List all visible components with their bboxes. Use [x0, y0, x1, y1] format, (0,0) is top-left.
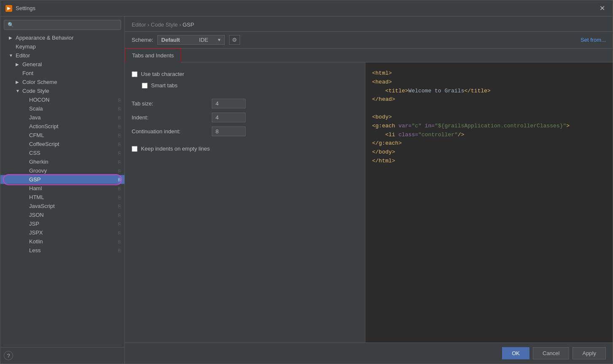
sidebar-item-jspx[interactable]: JSPX ⎘: [0, 228, 124, 237]
tab-label: Tabs and Indents: [132, 52, 174, 59]
code-line-5: [372, 104, 606, 113]
ok-button[interactable]: OK: [502, 347, 529, 359]
sidebar-item-keymap[interactable]: Keymap: [0, 42, 124, 51]
sidebar-item-groovy[interactable]: Groovy ⎘: [0, 166, 124, 175]
code-line-8: <li class="controller"/>: [372, 131, 606, 140]
indent-input[interactable]: [212, 113, 246, 122]
sidebar-item-scala[interactable]: Scala ⎘: [0, 104, 124, 113]
sidebar-item-label: Haml: [29, 185, 42, 191]
use-tab-character-checkbox[interactable]: [132, 71, 138, 77]
copy-icon: ⎘: [118, 221, 121, 226]
sidebar-item-css[interactable]: CSS ⎘: [0, 148, 124, 157]
settings-form: Use tab character Smart tabs Tab size:: [125, 62, 365, 342]
sidebar-item-coffeescript[interactable]: CoffeeScript ⎘: [0, 140, 124, 148]
copy-icon: ⎘: [118, 177, 121, 182]
code-line-3: <title>Welcome to Grails</title>: [372, 87, 606, 96]
keep-indents-label[interactable]: Keep indents on empty lines: [132, 146, 210, 152]
content-area: 🔍 ▶ Appearance & Behavior Keymap ▼: [0, 16, 613, 364]
sidebar-item-actionscript[interactable]: ActionScript ⎘: [0, 122, 124, 131]
copy-icon: ⎘: [118, 213, 121, 218]
sidebar-item-label: JSON: [29, 212, 44, 218]
sidebar-item-label: General: [22, 61, 42, 67]
set-from-link[interactable]: Set from...: [581, 37, 606, 43]
scheme-select[interactable]: Default IDE ▼: [157, 35, 225, 45]
close-button[interactable]: ✕: [597, 3, 608, 13]
keep-indents-checkbox[interactable]: [132, 146, 138, 152]
code-line-9: </g:each>: [372, 139, 606, 148]
sidebar-item-code-style[interactable]: ▼ Code Style: [0, 86, 124, 95]
sidebar-item-label: HOCON: [29, 97, 49, 103]
footer: OK Cancel Apply: [125, 342, 613, 364]
sidebar-item-jsp[interactable]: JSP ⎘: [0, 219, 124, 228]
settings-content: Use tab character Smart tabs Tab size:: [125, 62, 613, 342]
code-line-4: </head>: [372, 95, 606, 104]
copy-icon: ⎘: [118, 115, 121, 120]
copy-icon: ⎘: [118, 204, 121, 209]
cancel-button[interactable]: Cancel: [533, 347, 569, 359]
continuation-indent-label: Continuation indent:: [132, 128, 208, 135]
sidebar-item-less[interactable]: Less ⎘: [0, 246, 124, 255]
search-icon: 🔍: [8, 22, 14, 28]
code-preview: <html> <head> <title>Welcome to Grails</…: [365, 62, 613, 342]
copy-icon: ⎘: [118, 248, 121, 253]
sidebar-item-label: JavaScript: [29, 203, 55, 209]
continuation-indent-input[interactable]: [212, 127, 246, 136]
sidebar-item-editor[interactable]: ▼ Editor: [0, 51, 124, 60]
sidebar-item-html[interactable]: HTML ⎘: [0, 193, 124, 202]
keep-indents-text: Keep indents on empty lines: [141, 146, 210, 152]
use-tab-character-text: Use tab character: [141, 71, 184, 77]
help-button[interactable]: ?: [4, 351, 13, 360]
breadcrumb-sep1: ›: [148, 22, 151, 28]
sidebar-item-hocon[interactable]: HOCON ⎘: [0, 95, 124, 104]
copy-icon: ⎘: [118, 159, 121, 164]
sidebar-item-label: CoffeeScript: [29, 141, 59, 147]
sidebar-item-haml[interactable]: Haml ⎘: [0, 184, 124, 193]
sidebar-item-label: Less: [29, 247, 41, 253]
scheme-label: Scheme:: [132, 37, 153, 43]
copy-icon: ⎘: [118, 230, 121, 235]
search-box[interactable]: 🔍: [4, 20, 121, 30]
sidebar-item-java[interactable]: Java ⎘: [0, 113, 124, 122]
arrow-icon: ▶: [9, 35, 14, 40]
sidebar-item-general[interactable]: ▶ General: [0, 60, 124, 69]
arrow-icon: ▶: [16, 62, 21, 67]
tab-tabs-indents[interactable]: Tabs and Indents: [125, 49, 181, 62]
sidebar-item-json[interactable]: JSON ⎘: [0, 210, 124, 219]
code-line-2: <head>: [372, 78, 606, 87]
sidebar: 🔍 ▶ Appearance & Behavior Keymap ▼: [0, 16, 125, 364]
indent-row: Indent:: [132, 113, 358, 122]
copy-icon: ⎘: [118, 142, 121, 147]
gear-button[interactable]: ⚙: [229, 35, 240, 45]
copy-icon: ⎘: [118, 186, 121, 191]
sidebar-item-font[interactable]: Font: [0, 69, 124, 78]
apply-button[interactable]: Apply: [572, 347, 606, 359]
dropdown-arrow-icon: ▼: [217, 38, 221, 42]
scheme-ide-text: IDE: [199, 37, 208, 43]
sidebar-item-appearance[interactable]: ▶ Appearance & Behavior: [0, 33, 124, 42]
sidebar-item-gherkin[interactable]: Gherkin ⎘: [0, 157, 124, 166]
sidebar-item-label: Gherkin: [29, 159, 49, 165]
code-line-6: <body>: [372, 113, 606, 122]
copy-icon: ⎘: [118, 239, 121, 244]
smart-tabs-label[interactable]: Smart tabs: [142, 82, 178, 89]
breadcrumb: Editor › Code Style › GSP: [125, 16, 613, 32]
sidebar-item-label: Groovy: [29, 167, 47, 174]
arrow-icon: ▶: [16, 80, 21, 84]
search-input[interactable]: [16, 22, 117, 28]
scheme-value: Default: [161, 37, 180, 43]
sidebar-item-label: Code Style: [22, 88, 49, 94]
sidebar-item-javascript[interactable]: JavaScript ⎘: [0, 202, 124, 210]
copy-icon: ⎘: [118, 133, 121, 138]
continuation-indent-row: Continuation indent:: [132, 127, 358, 136]
breadcrumb-code-style: Code Style: [151, 22, 178, 28]
arrow-icon: ▼: [16, 89, 21, 93]
sidebar-item-cfml[interactable]: CFML ⎘: [0, 131, 124, 140]
main-panel: Editor › Code Style › GSP Scheme: Defaul…: [125, 16, 613, 364]
tab-size-input[interactable]: [212, 99, 246, 108]
sidebar-item-kotlin[interactable]: Kotlin ⎘: [0, 237, 124, 246]
smart-tabs-checkbox[interactable]: [142, 83, 148, 89]
sidebar-item-gsp[interactable]: GSP ⎘: [0, 175, 124, 184]
use-tab-character-label[interactable]: Use tab character: [132, 71, 184, 77]
copy-icon: ⎘: [118, 124, 121, 129]
sidebar-item-color-scheme[interactable]: ▶ Color Scheme: [0, 78, 124, 86]
